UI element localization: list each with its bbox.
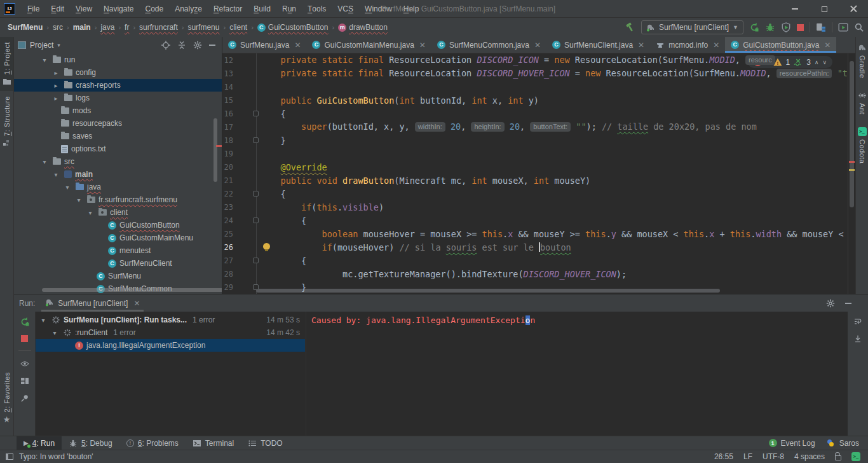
lock-open-icon[interactable] (835, 455, 841, 460)
rerun-icon[interactable] (749, 22, 759, 32)
indent-setting[interactable]: 4 spaces (794, 452, 825, 461)
chevron-down-icon[interactable]: ▾ (38, 317, 48, 324)
tree-item-client[interactable]: ▾client (14, 206, 222, 219)
chevron-down-icon[interactable]: ▾ (39, 57, 50, 64)
debug-bug-icon[interactable] (765, 22, 775, 32)
run-console[interactable]: Caused by: java.lang.IllegalArgumentExce… (306, 312, 848, 436)
run-tab[interactable]: SurfMenu [runClient] ✕ (41, 294, 144, 312)
fold-start-marker[interactable] (253, 191, 259, 197)
breadcrumb-item-fr[interactable]: fr (123, 22, 130, 32)
hide-icon[interactable] (845, 303, 851, 304)
fold-end-marker[interactable] (253, 284, 259, 290)
build-hammer-icon[interactable] (625, 22, 635, 32)
menu-vcs[interactable]: VCS (332, 0, 359, 17)
file-encoding[interactable]: UTF-8 (763, 452, 784, 461)
settings-icon[interactable] (193, 41, 202, 50)
status-widget-event-log[interactable]: 1Event Log (769, 439, 815, 448)
tree-item-config[interactable]: ▸config (14, 66, 222, 79)
breadcrumb-item-surfmenu[interactable]: surfmenu (186, 22, 220, 32)
menu-refactor[interactable]: Refactor (208, 0, 248, 17)
close-icon[interactable]: ✕ (419, 41, 426, 50)
breadcrumb-item-surfruncraft[interactable]: surfruncraft (138, 22, 179, 32)
run-configuration-select[interactable]: SurfMenu [runClient]▼ (641, 20, 743, 34)
rerun-icon[interactable] (20, 317, 30, 327)
code-line-16[interactable]: 16 { (222, 107, 848, 120)
code-line-27[interactable]: 27 { (222, 254, 848, 267)
tool-strip-gradle[interactable]: Gradle (856, 37, 868, 85)
tool-strip-project[interactable]: 1: Project (0, 37, 13, 91)
minimize-button[interactable] (780, 0, 810, 18)
pin-icon[interactable] (20, 394, 29, 403)
chevron-down-icon[interactable]: ▾ (51, 171, 61, 178)
preview-window-icon[interactable] (838, 22, 848, 32)
fold-end-marker[interactable] (253, 137, 259, 143)
chevron-down-icon[interactable]: ▾ (74, 197, 84, 204)
editor-tab-surfmenucommon-java[interactable]: CSurfMenuCommon.java✕ (431, 37, 546, 53)
project-panel-title[interactable]: Project (30, 41, 53, 50)
fold-start-marker[interactable] (253, 218, 259, 223)
tree-item-guicustombutton[interactable]: CGuiCustomButton (14, 219, 222, 232)
chevron-down-icon[interactable]: ▾ (39, 158, 50, 165)
close-icon[interactable]: ✕ (133, 299, 140, 308)
line-ending[interactable]: LF (743, 452, 752, 461)
editor-tab-surfmenuclient-java[interactable]: CSurfMenuClient.java✕ (546, 37, 650, 53)
search-everywhere-icon[interactable] (854, 22, 864, 32)
close-icon[interactable]: ✕ (638, 41, 644, 50)
run-tree-item[interactable]: ▾SurfMenu [runClient]: Run tasks...1 err… (36, 314, 305, 326)
code-line-24[interactable]: 24 { (222, 214, 848, 227)
tree-item-surfmenuclient[interactable]: CSurfMenuClient (14, 257, 222, 270)
tool-strip-favorites[interactable]: 2: Favorites★ (0, 367, 13, 429)
fold-start-marker[interactable] (253, 258, 259, 263)
tree-item-fr-surfruncraft-surfmenu[interactable]: ▾fr.surfruncraft.surfmenu (14, 193, 222, 206)
chevron-down-icon[interactable]: ▾ (57, 42, 60, 48)
tool-window-tab-4-run[interactable]: ▶4: Run (17, 436, 62, 450)
maximize-button[interactable] (810, 0, 839, 18)
chevron-down-icon[interactable]: ▾ (85, 209, 95, 216)
code-line-25[interactable]: 25 boolean mouseHover = mouseX >= this.x… (222, 227, 848, 240)
code-line-18[interactable]: 18 } (222, 134, 848, 147)
project-horizontal-scrollbar[interactable] (42, 288, 222, 292)
code-line-19[interactable]: 19 (222, 147, 848, 160)
breadcrumb-item-main[interactable]: main (72, 22, 92, 32)
run-tree-item[interactable]: ▾:runClient1 error14 m 42 s (36, 326, 305, 339)
close-icon[interactable]: ✕ (534, 41, 541, 50)
code-line-26[interactable]: 26 if(mouseHover) // si la souris est su… (222, 240, 848, 254)
fold-start-marker[interactable] (253, 111, 259, 116)
tree-item-mods[interactable]: mods (14, 104, 222, 117)
menu-navigate[interactable]: Navigate (98, 0, 139, 17)
settings-icon[interactable] (826, 299, 835, 308)
editor-tab-mcmod-info[interactable]: mcmod.info✕ (650, 37, 725, 53)
tree-item-crash-reports[interactable]: ▸crash-reports (14, 79, 222, 92)
tool-strip-ant[interactable]: Ant (856, 85, 868, 121)
code-line-29[interactable]: 29 } (222, 280, 848, 294)
editor-tab-guicustombutton-java[interactable]: CGuiCustomButton.java✕ (725, 37, 836, 53)
breadcrumb-item-surfmenu[interactable]: SurfMenu (6, 22, 44, 32)
eye-icon[interactable] (20, 359, 29, 368)
caret-position[interactable]: 26:55 (714, 452, 733, 461)
error-stripe-mark-red[interactable] (849, 161, 855, 163)
tool-window-tab-6-problems[interactable]: !6: Problems (119, 436, 186, 450)
run-tree-item[interactable]: !java.lang.IllegalArgumentException (36, 339, 305, 352)
chevron-right-icon[interactable]: ▸ (51, 95, 61, 102)
scroll-to-end-icon[interactable] (853, 335, 862, 343)
tool-window-tab-todo[interactable]: TODO (241, 436, 289, 450)
close-button[interactable] (839, 0, 868, 18)
menu-analyze[interactable]: Analyze (169, 0, 208, 17)
status-message[interactable]: Typo: In word 'bouton' (19, 452, 93, 461)
code-line-23[interactable]: 23 if(this.visible) (222, 200, 848, 214)
close-icon[interactable]: ✕ (824, 41, 831, 50)
breadcrumb-item-guicustombutton[interactable]: CGuiCustomButton (256, 22, 330, 32)
close-icon[interactable]: ✕ (713, 41, 719, 50)
run-with-coverage-icon[interactable] (781, 22, 791, 32)
editor-tab-guicustommainmenu-java[interactable]: CGuiCustomMainMenu.java✕ (306, 37, 431, 53)
tree-item-java[interactable]: ▾java (14, 181, 222, 193)
breadcrumb-item-java[interactable]: java (99, 22, 116, 32)
tree-item-resourcepacks[interactable]: resourcepacks (14, 117, 222, 130)
code-line-17[interactable]: 17 super(buttonId, x, y, widthIn: 20, he… (222, 120, 848, 134)
menu-edit[interactable]: Edit (45, 0, 70, 17)
tool-window-tab-terminal[interactable]: Terminal (186, 436, 241, 450)
stop-icon[interactable] (797, 24, 804, 31)
locate-icon[interactable] (161, 41, 170, 50)
tool-window-tab-5-debug[interactable]: 5: Debug (62, 436, 119, 450)
intention-bulb-icon[interactable] (263, 243, 270, 250)
